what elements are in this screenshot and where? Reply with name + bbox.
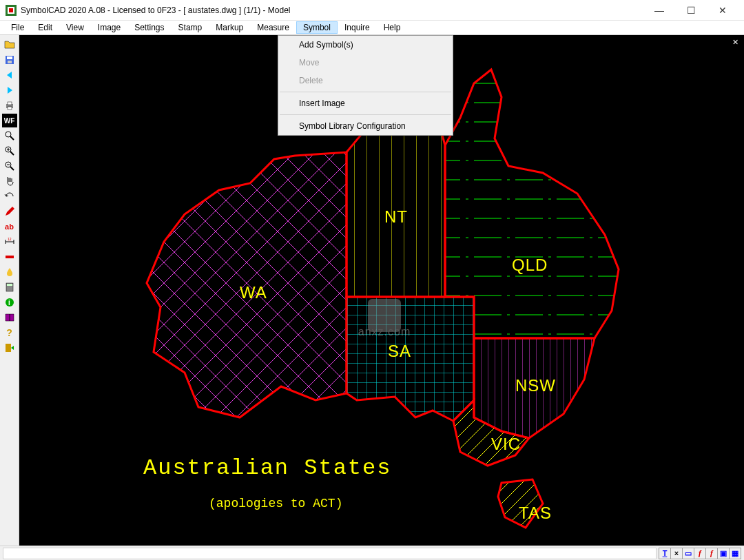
status-text (3, 548, 657, 559)
dimension-icon[interactable]: 12 (2, 235, 17, 249)
status-btn-close[interactable]: × (670, 548, 683, 559)
app-icon (6, 5, 17, 16)
status-btn-screen2[interactable]: ▦ (729, 548, 741, 559)
menu-symbol[interactable]: Symbol (296, 21, 338, 34)
menu-edit[interactable]: Edit (31, 21, 59, 34)
exit-icon[interactable] (2, 341, 17, 355)
maximize-button[interactable]: ☐ (675, 0, 707, 21)
print-icon[interactable] (2, 98, 17, 112)
svg-text:i: i (8, 299, 10, 307)
state-label-vic: VIC (491, 435, 521, 454)
svg-rect-5 (8, 61, 12, 63)
dropdown-add-symbols[interactable]: Add Symbol(s) (278, 36, 453, 54)
svg-rect-2 (9, 8, 13, 12)
menu-inquire[interactable]: Inquire (338, 21, 377, 34)
zoom-out-icon[interactable] (2, 159, 17, 173)
close-button[interactable]: ✕ (707, 0, 738, 21)
svg-rect-7 (8, 102, 12, 105)
svg-rect-8 (8, 107, 12, 110)
svg-line-12 (10, 152, 14, 155)
dropdown-insert-image[interactable]: Insert Image (278, 94, 453, 112)
back-icon[interactable] (2, 68, 17, 82)
svg-rect-22 (6, 256, 14, 258)
status-btn-text[interactable]: T (659, 548, 671, 559)
info-icon[interactable]: i (2, 295, 17, 309)
menu-image[interactable]: Image (91, 21, 127, 34)
titlebar: SymbolCAD 2020 A.08 - Licensed to 0F23 -… (0, 0, 744, 21)
text-format-icon[interactable]: WF (2, 114, 17, 127)
svg-line-16 (10, 167, 14, 170)
left-toolbar: WF ab 12 i ? (0, 35, 19, 546)
svg-point-9 (6, 132, 11, 137)
book-icon[interactable] (2, 311, 17, 324)
dropdown-separator (280, 92, 451, 92)
map-subtitle: (apologies to ACT) (209, 497, 342, 510)
forward-icon[interactable] (2, 83, 17, 97)
open-icon[interactable] (2, 38, 17, 52)
undo-icon[interactable] (2, 189, 17, 203)
help-icon[interactable]: ? (2, 326, 17, 340)
watermark-text: anxz.com (358, 326, 411, 338)
svg-rect-24 (7, 284, 12, 286)
pencil-icon[interactable] (2, 205, 17, 218)
zoom-icon[interactable] (2, 129, 17, 143)
menu-stamp[interactable]: Stamp (172, 21, 209, 34)
map-title: Australian States (143, 455, 391, 481)
pan-icon[interactable] (2, 174, 17, 188)
minimize-button[interactable]: — (643, 0, 675, 21)
state-label-nt: NT (384, 207, 408, 227)
dropdown-separator (280, 114, 451, 115)
status-btn-screen1[interactable]: ▣ (717, 548, 730, 559)
menu-settings[interactable]: Settings (127, 21, 171, 34)
state-label-sa: SA (388, 342, 411, 361)
red-line-icon[interactable] (2, 250, 17, 264)
menu-measure[interactable]: Measure (250, 21, 296, 34)
watermark: anxz.com (322, 291, 446, 340)
dropdown-move: Move (278, 54, 453, 72)
menubar: File Edit View Image Settings Stamp Mark… (0, 21, 744, 35)
menu-help[interactable]: Help (377, 21, 408, 34)
menu-markup[interactable]: Markup (209, 21, 250, 34)
calc-icon[interactable] (2, 280, 17, 294)
dropdown-delete: Delete (278, 72, 453, 90)
menu-view[interactable]: View (59, 21, 91, 34)
status-btn-fn2[interactable]: ƒ (705, 548, 718, 559)
zoom-in-icon[interactable] (2, 144, 17, 158)
state-label-nsw: NSW (515, 376, 556, 395)
ab-text-icon[interactable]: ab (2, 220, 17, 234)
status-buttons: T × ▭ ƒ ƒ ▣ ▦ (659, 548, 744, 559)
svg-rect-27 (6, 344, 11, 352)
state-label-tas: TAS (519, 504, 552, 523)
status-btn-window[interactable]: ▭ (682, 548, 694, 559)
svg-line-10 (10, 136, 14, 140)
svg-text:12: 12 (8, 237, 12, 241)
status-btn-fn1[interactable]: ƒ (694, 548, 706, 559)
svg-rect-4 (7, 56, 12, 59)
window-title: SymbolCAD 2020 A.08 - Licensed to 0F23 -… (21, 6, 643, 15)
symbol-dropdown: Add Symbol(s) Move Delete Insert Image S… (278, 35, 453, 136)
save-icon[interactable] (2, 53, 17, 67)
menu-file[interactable]: File (4, 21, 31, 34)
state-label-qld: QLD (512, 256, 548, 275)
state-label-wa: WA (240, 283, 267, 302)
statusbar: T × ▭ ƒ ƒ ▣ ▦ (0, 546, 744, 560)
paint-drop-icon[interactable] (2, 265, 17, 279)
dropdown-symbol-library-config[interactable]: Symbol Library Configuration (278, 117, 453, 135)
